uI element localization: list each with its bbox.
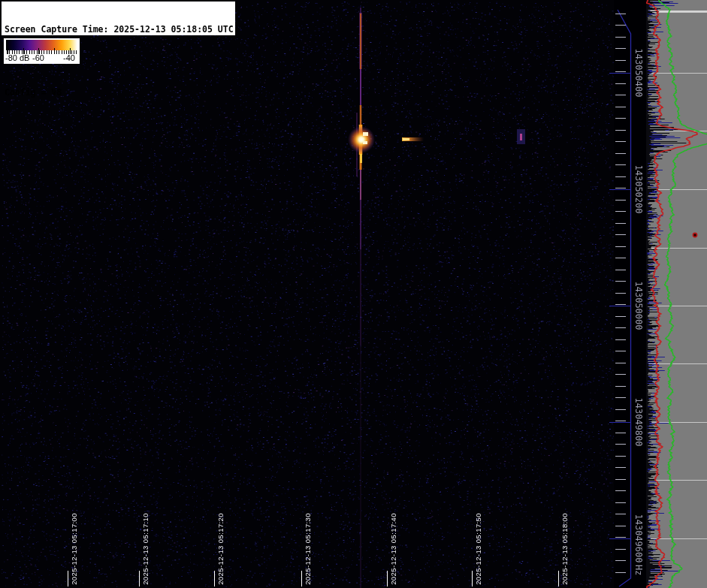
frequency-label: 143049600 [633, 514, 644, 562]
intensity-colorbar: -80 dB -60 -40 [4, 38, 80, 64]
colorbar-label-mid: -60 [32, 53, 44, 62]
frequency-label: 143050000 [633, 281, 644, 330]
frequency-label: 143050200 [633, 164, 644, 213]
capture-config-text: Config = V8 [5, 87, 235, 98]
capture-info-box: Screen Capture Time: 2025-12-13 05:18:05… [2, 2, 235, 35]
spectrogram-screen: Screen Capture Time: 2025-12-13 05:18:05… [0, 0, 707, 588]
colorbar-label-min: -80 dB [5, 53, 29, 62]
frequency-unit-label: Hz [633, 565, 644, 575]
frequency-label: 143050400 [633, 48, 644, 97]
capture-time-text: Screen Capture Time: 2025-12-13 05:18:05… [5, 24, 235, 35]
colorbar-gradient [6, 40, 77, 50]
colorbar-label-max: -40 [63, 53, 75, 62]
colorbar-major-tick [54, 48, 55, 54]
frequency-label: 143049800 [633, 397, 644, 446]
